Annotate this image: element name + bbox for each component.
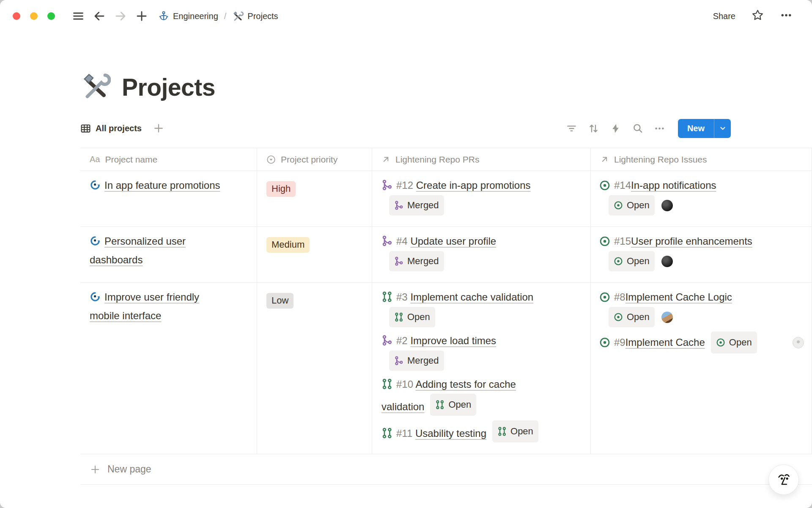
share-button[interactable]: Share bbox=[713, 11, 735, 21]
status-badge-label: Open bbox=[627, 197, 650, 214]
priority-badge[interactable]: Medium bbox=[266, 237, 310, 253]
pr-link[interactable]: Create in-app promotions bbox=[416, 179, 531, 191]
repo-prs-cell: #3 Implement cache validationOpen#2 Impr… bbox=[372, 283, 591, 454]
issue-entry: #15 User profile enhancementsOpen bbox=[599, 232, 804, 271]
arrow-up-right-icon bbox=[381, 155, 390, 164]
arrow-up-right-icon bbox=[600, 155, 609, 164]
status-badge-open: Open bbox=[609, 307, 655, 327]
column-header-project-name[interactable]: AaProject name bbox=[80, 148, 257, 171]
pr-status-line: Merged bbox=[389, 351, 585, 371]
tab-all-projects[interactable]: All projects bbox=[80, 123, 142, 134]
new-page-button[interactable]: New page bbox=[80, 454, 812, 485]
new-tab-icon[interactable] bbox=[133, 8, 150, 25]
issue-open-icon bbox=[716, 338, 725, 347]
column-header-lightening-repo-prs[interactable]: Lightening Repo PRs bbox=[372, 148, 591, 171]
pr-link[interactable]: Implement cache validation bbox=[410, 291, 533, 303]
table-row: Personalized user dashboardsMedium#4 Upd… bbox=[80, 227, 812, 283]
menu-icon[interactable] bbox=[70, 8, 87, 25]
priority-cell: Low bbox=[257, 283, 372, 454]
titlebar: Engineering / Projects Share bbox=[0, 0, 812, 32]
status-badge-label: Open bbox=[510, 422, 533, 441]
project-page-link[interactable]: In app feature promotions bbox=[104, 179, 220, 191]
pr-status-line: Open bbox=[389, 307, 585, 327]
status-badge-label: Merged bbox=[407, 197, 439, 214]
pr-entry: #4 Update user profileMerged bbox=[381, 232, 585, 271]
forward-arrow-icon[interactable] bbox=[112, 8, 129, 25]
status-badge-label: Open bbox=[407, 309, 430, 326]
star-icon[interactable] bbox=[752, 9, 764, 23]
issue-link-line: #15 User profile enhancements bbox=[599, 232, 804, 251]
priority-badge[interactable]: Low bbox=[266, 293, 294, 309]
breadcrumb-separator: / bbox=[224, 11, 227, 21]
status-badge-label: Open bbox=[448, 395, 471, 414]
repo-prs-cell: #12 Create in-app promotionsMerged bbox=[372, 171, 591, 226]
filter-icon[interactable] bbox=[564, 120, 580, 136]
issue-link[interactable]: Implement Cache bbox=[625, 333, 705, 352]
project-name-line: In app feature promotions bbox=[90, 176, 222, 195]
issue-link[interactable]: User profile enhancements bbox=[631, 232, 752, 251]
issue-open-icon bbox=[599, 180, 610, 191]
add-view-button plus-icon[interactable] bbox=[153, 122, 165, 134]
pr-link[interactable]: Usability testing bbox=[415, 428, 486, 439]
hammer-wrench-icon bbox=[232, 11, 244, 22]
cycle-icon bbox=[90, 235, 101, 246]
issue-number: #8 bbox=[614, 288, 625, 306]
table-icon bbox=[80, 123, 91, 134]
pr-number: #11 bbox=[396, 428, 415, 439]
issue-open-icon bbox=[599, 236, 610, 247]
breadcrumb-workspace[interactable]: Engineering bbox=[158, 11, 218, 22]
git-merge-icon bbox=[381, 335, 392, 346]
minimize-button[interactable] bbox=[30, 12, 38, 20]
project-page-link[interactable]: Personalized user dashboards bbox=[90, 235, 186, 265]
issue-number: #15 bbox=[614, 232, 631, 251]
new-dropdown-button[interactable] bbox=[714, 119, 731, 138]
issue-status-line: Open bbox=[609, 307, 804, 327]
priority-cell: Medium bbox=[257, 227, 372, 282]
pr-link-line: #10 Adding tests for cache validationOpe… bbox=[381, 375, 555, 416]
issue-open-icon bbox=[614, 257, 623, 266]
lightning-icon[interactable] bbox=[608, 120, 624, 136]
new-button-group: New bbox=[678, 119, 731, 138]
sort-icon[interactable] bbox=[586, 120, 602, 136]
project-name-line: Personalized user dashboards bbox=[90, 232, 222, 269]
repo-issues-cell: #14 In-app notificationsOpen bbox=[591, 171, 812, 226]
repo-issues-cell: #8 Implement Cache LogicOpen#9 Implement… bbox=[591, 283, 812, 454]
pr-entry: #3 Implement cache validationOpen bbox=[381, 288, 585, 327]
column-header-label: Project name bbox=[105, 155, 157, 165]
page-title: Projects bbox=[122, 73, 215, 101]
view-more-icon[interactable] bbox=[652, 120, 668, 136]
git-merge-icon bbox=[381, 235, 392, 246]
git-pr-icon bbox=[381, 378, 392, 389]
issue-link[interactable]: In-app notifications bbox=[631, 176, 716, 195]
notion-ai-button[interactable] bbox=[768, 464, 799, 495]
status-badge-open: Open bbox=[492, 420, 538, 442]
more-icon[interactable] bbox=[780, 9, 793, 24]
breadcrumb-page[interactable]: Projects bbox=[232, 11, 278, 22]
zoom-button[interactable] bbox=[47, 12, 55, 20]
pr-entry: #10 Adding tests for cache validationOpe… bbox=[381, 375, 585, 416]
project-page-link[interactable]: Improve user friendly mobile interface bbox=[90, 291, 199, 321]
status-badge-open: Open bbox=[609, 251, 655, 271]
column-header-project-priority[interactable]: Project priority bbox=[257, 148, 372, 171]
pr-link[interactable]: Update user profile bbox=[410, 235, 496, 247]
anchor-icon bbox=[158, 11, 169, 22]
back-arrow-icon[interactable] bbox=[91, 8, 108, 25]
close-button[interactable] bbox=[13, 12, 20, 20]
priority-cell: High bbox=[257, 171, 372, 226]
issue-number: #9 bbox=[614, 333, 625, 352]
pr-status-line: Merged bbox=[389, 195, 585, 215]
priority-badge[interactable]: High bbox=[266, 181, 296, 197]
plus-icon bbox=[90, 464, 101, 475]
new-button[interactable]: New bbox=[678, 119, 714, 138]
column-header-lightening-repo-issues[interactable]: Lightening Repo Issues bbox=[591, 148, 812, 171]
page-icon hammer-wrench-icon[interactable] bbox=[80, 71, 111, 103]
search-icon[interactable] bbox=[630, 120, 646, 136]
pr-link[interactable]: Improve load times bbox=[410, 335, 496, 346]
project-name-cell: In app feature promotions bbox=[80, 171, 257, 226]
issue-open-icon bbox=[614, 201, 623, 210]
column-header-label: Lightening Repo Issues bbox=[614, 155, 707, 165]
column-header-label: Project priority bbox=[281, 155, 337, 165]
issue-link[interactable]: Implement Cache Logic bbox=[625, 288, 732, 306]
pr-entry: #12 Create in-app promotionsMerged bbox=[381, 176, 585, 215]
repo-issues-cell: #15 User profile enhancementsOpen bbox=[591, 227, 812, 282]
